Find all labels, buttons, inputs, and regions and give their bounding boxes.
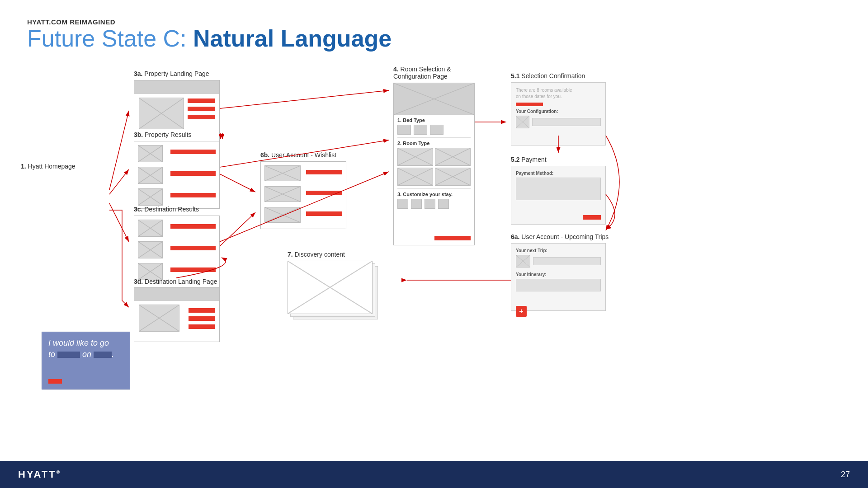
node-1-label: 1. Hyatt Homepage I would like to go to … [21,163,75,173]
node-3b-img1 [138,145,163,162]
header-title: Future State C: Natural Language [27,26,392,52]
node-4-room-label: 2. Room Type [397,141,471,146]
node-51-config-label: Your Configuration: [516,109,601,114]
node-6a-trip-img [516,255,530,267]
node-6b-img3 [264,207,301,223]
node-3b-img3 [138,188,163,206]
node-3d-img [139,305,179,332]
node-6a-itinerary-label: Your Itinerary: [516,272,601,277]
node-51-red-bar [516,103,543,106]
node-6a-container: 6a. User Account - Upcoming Trips Your n… [511,233,609,311]
footer: HYATT® 27 [0,461,868,488]
node-4-customize-label: 3. Customize your stay. [397,192,471,197]
homepage-text-line1: I would like to go [48,338,109,347]
node-7-page1 [288,261,373,314]
node-51-config-img [516,116,529,128]
node-3c-bar2 [170,246,216,250]
node-6b-bar1 [306,170,342,174]
homepage-fill-date [94,352,112,358]
homepage-text-line2: to on . [48,350,114,359]
node-4-room-img3 [397,168,433,186]
node-6b-img1 [264,165,301,181]
node-4-custom-icon4 [438,199,449,209]
node-3b-img2 [138,167,163,184]
node-3a-label: 3a. Property Landing Page [134,70,220,77]
node-51-wireframe: There are 8 rooms available on those dat… [511,82,606,145]
node-3b-bar1 [170,150,216,154]
homepage-submit-bar [48,379,62,384]
node-4-sep1 [397,137,471,138]
node-52-container: 5.2 Payment Payment Method: [511,156,606,225]
node-3d-bar1 [189,308,215,313]
node-6a-trip-label: Your next Trip: [516,248,601,253]
node-3c-label: 3c. Destination Results [134,206,220,213]
node-3c-img1 [138,220,163,237]
node-3b-container: 3b. Property Results [134,131,220,209]
node-7-stack [288,261,378,319]
footer-page-number: 27 [841,470,850,479]
node-52-bar [583,215,601,220]
homepage-wireframe: I would like to go to on . [42,332,130,389]
node-4-sep2 [397,188,471,189]
node-3c-img2 [138,241,163,258]
footer-logo-symbol: ® [57,470,61,475]
node-7-container: 7. Discovery content [288,251,378,319]
node-7-label: 7. Discovery content [288,251,378,258]
node-4-bed-icons [397,125,471,135]
node-6b-label: 6b. User Account - Wishlist [260,151,346,159]
node-51-config-input [532,118,601,126]
node-3b-bar2 [170,171,216,176]
node-6a-wireframe: Your next Trip: Your Itinerary: + [511,243,606,311]
node-3b-label: 3b. Property Results [134,131,220,138]
homepage-fill-dest [57,352,80,358]
node-6b-container: 6b. User Account - Wishlist [260,151,346,229]
node-4-bed-icon1 [397,125,411,135]
node-4-custom-icon2 [411,199,422,209]
header: HYATT.COM REIMAGINED Future State C: Nat… [27,18,392,52]
node-4-label: 4. Room Selection &Configuration Page [393,66,475,80]
node-4-room-section: 2. Room Type [394,141,474,186]
node-4-container: 4. Room Selection &Configuration Page 1.… [393,66,475,245]
node-52-payment-input [516,178,601,200]
node-3a-header [134,80,219,94]
node-51-text2: on those dates for you. [516,94,562,99]
node-4-bed-icon2 [414,125,427,135]
node-3d-container: 3d. Destination Landing Page [134,278,220,342]
node-3c-bar3 [170,267,216,272]
node-3d-header [134,288,219,301]
footer-logo: HYATT® [18,469,61,480]
node-51-text: There are 8 rooms available on those dat… [516,87,601,100]
node-3a-bar3 [188,115,215,119]
node-51-label: 5.1 Selection Confirmation [511,72,606,80]
node-4-customize-icons [397,199,471,209]
node-6a-plus-button[interactable]: + [516,306,527,317]
header-title-bold: Natural Language [193,25,392,52]
node-3d-wireframe [134,288,220,342]
node-4-bar [434,236,471,240]
node-4-wireframe: 1. Bed Type 2. Room Type 3. Customize yo… [393,83,475,245]
node-3c-bar1 [170,224,216,229]
node-52-wireframe: Payment Method: [511,166,606,225]
node-52-label: 5.2 Payment [511,156,606,163]
homepage-text: I would like to go to on . [48,338,123,360]
node-4-room-img2 [435,148,471,166]
node-51-container: 5.1 Selection Confirmation There are 8 r… [511,72,606,145]
node-3a-bar2 [188,107,215,111]
node-4-room-img4 [435,168,471,186]
node-3b-bar3 [170,193,216,197]
node-6a-label: 6a. User Account - Upcoming Trips [511,233,609,240]
node-4-bed-section: 1. Bed Type [394,115,474,135]
node-4-room-grid [397,148,471,186]
node-4-top-img [394,83,474,115]
node-4-custom-icon1 [397,199,408,209]
node-3c-wireframe [134,216,220,288]
node-6b-bar3 [306,211,342,216]
node-6b-bar2 [306,191,342,195]
node-4-room-img1 [397,148,433,166]
node-51-text1: There are 8 rooms available [516,88,572,93]
node-3a-img [139,98,184,129]
node-3d-bar3 [189,324,215,329]
node-6a-trip-row [516,255,601,267]
node-4-customize-section: 3. Customize your stay. [394,192,474,209]
node-4-custom-icon3 [425,199,435,209]
